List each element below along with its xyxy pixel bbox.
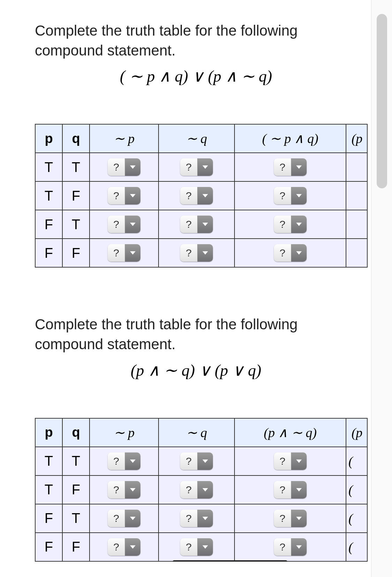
cell-q: T <box>62 504 90 533</box>
cell-compound: ? <box>235 447 346 475</box>
col-header-q: q <box>62 124 90 153</box>
cell-last: ( <box>346 533 368 561</box>
answer-dropdown[interactable]: ? <box>274 481 307 499</box>
answer-dropdown[interactable]: ? <box>108 538 140 556</box>
dropdown-value: ? <box>274 187 291 204</box>
chevron-down-icon <box>291 244 307 262</box>
dropdown-value: ? <box>274 510 291 527</box>
answer-dropdown[interactable]: ? <box>274 216 307 233</box>
answer-dropdown[interactable]: ? <box>274 510 307 527</box>
cell-p: T <box>35 181 62 210</box>
answer-dropdown[interactable]: ? <box>180 244 213 262</box>
vertical-scrollbar-thumb[interactable] <box>377 14 387 188</box>
cell-last: ( <box>346 475 368 504</box>
answer-dropdown[interactable]: ? <box>108 244 140 262</box>
chevron-down-icon <box>125 216 140 233</box>
truth-table-1-wrap: p q ∼ p ∼ q ( ∼ p ∧ q) (p T T ? ? ? T F … <box>35 124 368 268</box>
answer-dropdown[interactable]: ? <box>108 510 140 527</box>
table-row: F F ? ? ? <box>35 239 368 267</box>
cell-notp: ? <box>90 447 159 475</box>
table-row: T F ? ? ? ( <box>35 475 368 504</box>
truth-table-2-wrap: p q ∼ p ∼ q (p ∧ ∼ q) (p T T ? ? ? ( T F… <box>35 418 368 562</box>
cell-last: ( <box>346 504 368 533</box>
answer-dropdown[interactable]: ? <box>108 187 140 204</box>
cell-last <box>346 239 368 267</box>
cell-notp: ? <box>90 239 159 267</box>
problem-formula: (p ∧ ∼ q) ∨ (p ∨ q) <box>35 361 357 380</box>
cell-last <box>346 153 368 181</box>
dropdown-value: ? <box>108 187 125 204</box>
dropdown-value: ? <box>180 510 198 527</box>
chevron-down-icon <box>125 158 140 176</box>
answer-dropdown[interactable]: ? <box>180 452 213 470</box>
answer-dropdown[interactable]: ? <box>274 187 307 204</box>
vertical-scrollbar-track[interactable] <box>371 0 392 577</box>
cell-p: T <box>35 153 62 181</box>
chevron-down-icon <box>125 481 140 499</box>
cell-notq: ? <box>159 533 235 561</box>
cell-p: F <box>35 210 62 239</box>
cell-notp: ? <box>90 153 159 181</box>
cell-compound: ? <box>235 504 346 533</box>
dropdown-value: ? <box>108 481 125 499</box>
chevron-down-icon <box>198 244 213 262</box>
truth-table-1: p q ∼ p ∼ q ( ∼ p ∧ q) (p T T ? ? ? T F … <box>35 124 368 268</box>
answer-dropdown[interactable]: ? <box>180 538 213 556</box>
answer-dropdown[interactable]: ? <box>108 452 140 470</box>
answer-dropdown[interactable]: ? <box>274 244 307 262</box>
cell-p: F <box>35 504 62 533</box>
answer-dropdown[interactable]: ? <box>180 216 213 233</box>
table-row: T F ? ? ? <box>35 181 368 210</box>
answer-dropdown[interactable]: ? <box>274 158 307 176</box>
dropdown-value: ? <box>108 452 125 470</box>
answer-dropdown[interactable]: ? <box>274 452 307 470</box>
truth-table-2: p q ∼ p ∼ q (p ∧ ∼ q) (p T T ? ? ? ( T F… <box>35 418 368 562</box>
cell-q: F <box>62 533 90 561</box>
problem-prompt: Complete the truth table for the followi… <box>35 315 357 354</box>
answer-dropdown[interactable]: ? <box>180 158 213 176</box>
answer-dropdown[interactable]: ? <box>274 538 307 556</box>
cell-p: T <box>35 475 62 504</box>
table-header-row: p q ∼ p ∼ q ( ∼ p ∧ q) (p <box>35 124 368 153</box>
answer-dropdown[interactable]: ? <box>108 158 140 176</box>
dropdown-value: ? <box>108 216 125 233</box>
cell-q: F <box>62 239 90 267</box>
col-header-p: p <box>35 124 62 153</box>
cell-q: T <box>62 153 90 181</box>
dropdown-value: ? <box>180 244 198 262</box>
chevron-down-icon <box>198 216 213 233</box>
col-header-notp: ∼ p <box>90 124 159 153</box>
cell-last: ( <box>346 447 368 475</box>
cell-last <box>346 210 368 239</box>
answer-dropdown[interactable]: ? <box>180 187 213 204</box>
cell-p: F <box>35 533 62 561</box>
table-header-row: p q ∼ p ∼ q (p ∧ ∼ q) (p <box>35 418 368 447</box>
cell-notp: ? <box>90 181 159 210</box>
cell-notq: ? <box>159 447 235 475</box>
cell-last <box>346 181 368 210</box>
dropdown-value: ? <box>274 452 291 470</box>
col-header-notq: ∼ q <box>159 418 235 447</box>
cell-compound: ? <box>235 475 346 504</box>
horizontal-scrollbar-thumb[interactable] <box>172 560 287 562</box>
answer-dropdown[interactable]: ? <box>180 481 213 499</box>
dropdown-value: ? <box>180 158 198 176</box>
answer-dropdown[interactable]: ? <box>108 216 140 233</box>
cell-notp: ? <box>90 533 159 561</box>
cell-compound: ? <box>235 533 346 561</box>
chevron-down-icon <box>198 481 213 499</box>
answer-dropdown[interactable]: ? <box>180 510 213 527</box>
answer-dropdown[interactable]: ? <box>108 481 140 499</box>
dropdown-value: ? <box>180 538 198 556</box>
dropdown-value: ? <box>274 538 291 556</box>
cell-q: F <box>62 181 90 210</box>
chevron-down-icon <box>291 216 307 233</box>
dropdown-value: ? <box>274 244 291 262</box>
cell-compound: ? <box>235 153 346 181</box>
cell-notp: ? <box>90 504 159 533</box>
chevron-down-icon <box>291 510 307 527</box>
cell-notq: ? <box>159 504 235 533</box>
chevron-down-icon <box>125 244 140 262</box>
cell-compound: ? <box>235 210 346 239</box>
cell-notq: ? <box>159 210 235 239</box>
